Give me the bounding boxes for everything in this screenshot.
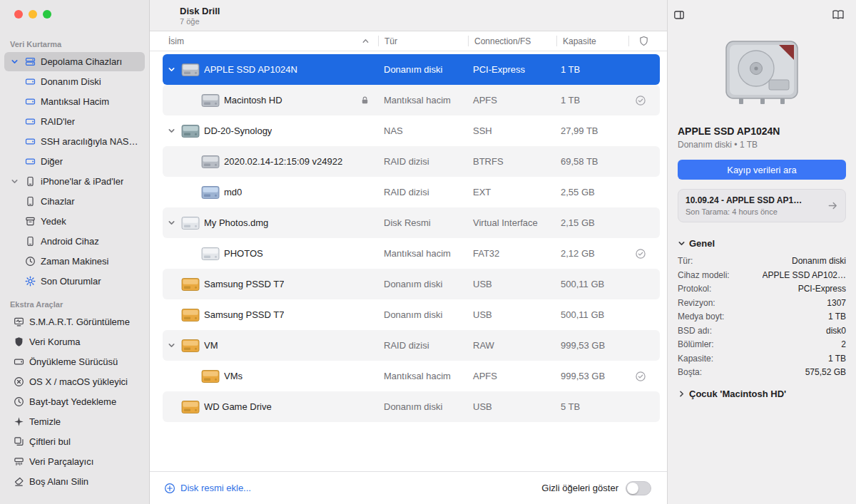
sidebar-item-donanim-diski[interactable]: Donanım Diski <box>4 72 145 91</box>
show-hidden-switch[interactable] <box>626 481 651 495</box>
table-row[interactable]: 2020.02.14-12:15:09 v24922RAID dizisiBTR… <box>163 146 660 177</box>
sidebar-item-smart-goruntuleme[interactable]: S.M.A.R.T. Görüntüleme <box>4 312 145 331</box>
sidebar-item-osx-macos-yukleyici[interactable]: OS X / macOS yükleyici <box>4 372 145 391</box>
table-row[interactable]: PHOTOSMantıksal hacimFAT322,12 GB <box>163 238 660 269</box>
sidebar-item-son-oturumlar[interactable]: Son Oturumlar <box>4 272 145 291</box>
sidebar-item-bos-alani-silin[interactable]: Boş Alanı Silin <box>4 472 145 491</box>
documentation-icon[interactable] <box>832 9 845 21</box>
sidebar-item-bayt-bayt-yedekleme[interactable]: Bayt-bayt Yedekleme <box>4 392 145 411</box>
table-row[interactable]: md0RAID dizisiEXT2,55 GB <box>163 177 660 207</box>
property-value: Donanım diski <box>792 254 846 269</box>
general-properties: Tür:Donanım diskiCihaz modeli:APPLE SSD … <box>678 254 846 380</box>
chevron-down-icon[interactable] <box>165 127 177 135</box>
name-cell: WD Game Drive <box>163 399 378 415</box>
table-row[interactable]: Macintosh HDMantıksal hacimAPFS1 TB <box>163 85 660 115</box>
sidebar-item-label: Önyükleme Sürücüsü <box>29 356 118 367</box>
shield-check-icon <box>626 248 655 259</box>
session-subtitle: Son Tarama: 4 hours önce <box>686 207 802 216</box>
sidebar-item-zaman-makinesi[interactable]: Zaman Makinesi <box>4 252 145 271</box>
table-row[interactable]: VMRAID dizisiRAW999,53 GB <box>163 330 660 361</box>
property-value: disk0 <box>826 324 846 339</box>
sidebar-item-mantiksal-hacim[interactable]: Mantıksal Hacim <box>4 92 145 111</box>
sidebar-item-veri-koruma[interactable]: Veri Koruma <box>4 332 145 351</box>
chevron-slot-empty <box>9 256 20 267</box>
row-connection: APFS <box>467 95 555 106</box>
shield-check-icon <box>626 95 655 106</box>
row-type: Donanım diski <box>378 279 467 289</box>
sidebar-item-label: Diğer <box>41 156 63 167</box>
sidebar-item-cihazlar[interactable]: Cihazlar <box>4 192 145 211</box>
drive-icon <box>24 96 36 108</box>
eraser-icon <box>13 475 25 488</box>
add-disk-image-button[interactable]: Disk resmi ekle... <box>164 483 251 494</box>
row-name: VM <box>204 340 218 351</box>
sidebar-item-label: Zaman Makinesi <box>41 256 108 267</box>
drive-icon <box>13 356 25 368</box>
sidebar-item-label: iPhone'lar & iPad'ler <box>41 176 123 187</box>
sidebar-item-label: Cihazlar <box>41 196 75 207</box>
sort-ascending-icon <box>356 37 370 45</box>
device-subtitle: Donanım diski • 1 TB <box>678 140 846 150</box>
clock-icon <box>24 255 36 267</box>
table-row[interactable]: My Photos.dmgDisk ResmiVirtual Interface… <box>163 207 660 238</box>
column-header-name[interactable]: İsim <box>163 31 378 51</box>
sidebar-item-diger[interactable]: Diğer <box>4 152 145 171</box>
close-window-button[interactable] <box>14 10 23 19</box>
property-value: 1 TB <box>828 352 846 366</box>
sidebar-item-temizle[interactable]: Temizle <box>4 412 145 431</box>
sidebar-item-depolama-cihazlari[interactable]: Depolama Cihazları <box>4 52 145 71</box>
image-drive-icon <box>181 215 200 231</box>
table-row[interactable]: APPLE SSD AP1024NDonanım diskiPCI-Expres… <box>163 54 660 85</box>
sidebar-item-android-cihaz[interactable]: Android Cihaz <box>4 232 145 251</box>
external-drive-icon <box>181 338 200 354</box>
circle-x-icon <box>13 376 25 388</box>
sidebar-item-iphonelar-ipadler[interactable]: iPhone'lar & iPad'ler <box>4 172 145 191</box>
general-section-header[interactable]: Genel <box>678 238 846 249</box>
drive-icon <box>24 76 36 88</box>
last-session-card[interactable]: 10.09.24 - APPLE SSD AP1… Son Tarama: 4 … <box>678 189 846 222</box>
table-row[interactable]: Samsung PSSD T7Donanım diskiUSB500,11 GB <box>163 269 660 299</box>
scan-button[interactable]: Kayıp verileri ara <box>678 160 846 180</box>
chevron-down-icon[interactable] <box>165 66 177 73</box>
child-section-header[interactable]: Çocuk 'Macintosh HD' <box>678 389 846 399</box>
sidebar-item-label: Temizle <box>29 416 61 427</box>
column-header-status[interactable] <box>629 31 658 51</box>
sidebar-item-ssh-araciligiyla-nas[interactable]: SSH aracılığıyla NAS… <box>4 132 145 151</box>
name-cell: VMs <box>163 369 378 384</box>
name-cell: md0 <box>163 185 378 200</box>
table-row[interactable]: Samsung PSSD T7Donanım diskiUSB500,11 GB <box>163 299 660 330</box>
chevron-down-icon[interactable] <box>165 341 177 349</box>
sidebar-item-ciftleri-bul[interactable]: Çiftleri bul <box>4 432 145 451</box>
sidebar-item-raidler[interactable]: RAID'ler <box>4 112 145 131</box>
image-drive-icon <box>201 246 220 262</box>
hard-drive-illustration <box>722 38 802 107</box>
column-header-connection[interactable]: Connection/FS <box>469 31 556 51</box>
column-header-capacity[interactable]: Kapasite <box>557 31 628 51</box>
fullscreen-window-button[interactable] <box>43 10 51 19</box>
sidebar-item-label: Depolama Cihazları <box>41 56 122 67</box>
property-label: Cihaz modeli: <box>678 269 730 283</box>
table-row[interactable]: DD-20-SynologyNASSSH27,99 TB <box>163 115 660 146</box>
sidebar-item-label: Son Oturumlar <box>41 276 101 287</box>
table-row[interactable]: WD Game DriveDonanım diskiUSB5 TB <box>163 391 660 422</box>
name-cell: My Photos.dmg <box>163 215 378 231</box>
sidebar-item-veri-parcalayici[interactable]: Veri Parçalayıcı <box>4 452 145 471</box>
sidebar-item-yedek[interactable]: Yedek <box>4 212 145 231</box>
sidebar-item-onyukleme-surucusu[interactable]: Önyükleme Sürücüsü <box>4 352 145 371</box>
row-name: WD Game Drive <box>204 401 272 412</box>
row-capacity: 500,11 GB <box>555 309 626 320</box>
row-connection: SSH <box>467 125 555 136</box>
column-header-type[interactable]: Tür <box>379 31 468 51</box>
drive-icon <box>24 155 36 168</box>
property-row: Protokol:PCI-Express <box>678 282 846 297</box>
toggle-panel-icon[interactable] <box>673 9 685 21</box>
chevron-down-icon[interactable] <box>165 219 177 227</box>
row-type: NAS <box>378 125 467 136</box>
table-row[interactable]: VMsMantıksal hacimAPFS999,53 GB <box>163 361 660 391</box>
row-connection: USB <box>467 309 555 320</box>
drive-stack-icon <box>24 56 36 68</box>
row-type: RAID dizisi <box>378 340 467 351</box>
device-title: APPLE SSD AP1024N <box>678 125 846 137</box>
column-label-connection: Connection/FS <box>469 36 531 46</box>
minimize-window-button[interactable] <box>29 10 37 19</box>
